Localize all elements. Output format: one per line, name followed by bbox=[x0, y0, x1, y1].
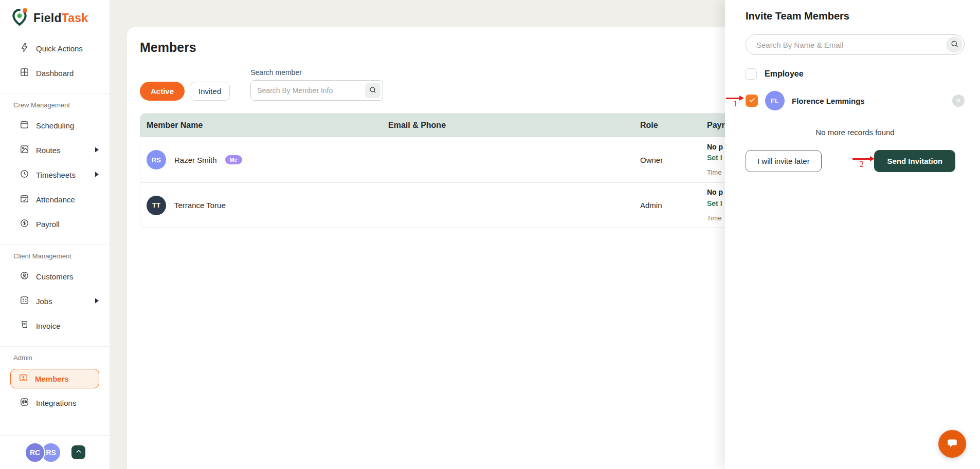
sidebar-item-invoice[interactable]: Invoice bbox=[0, 313, 110, 338]
check-icon bbox=[749, 96, 755, 105]
chevron-right-icon bbox=[94, 171, 99, 179]
sidebar-item-timesheets[interactable]: Timesheets bbox=[0, 162, 110, 187]
member-checkbox-checked[interactable] bbox=[746, 95, 758, 107]
fieldtask-pin-icon bbox=[10, 8, 29, 28]
calendar-icon bbox=[20, 120, 29, 131]
sidebar-item-label: Members bbox=[35, 374, 69, 383]
member-search-button[interactable] bbox=[365, 83, 380, 98]
at-sign-icon bbox=[20, 397, 29, 408]
sidebar-item-label: Integrations bbox=[36, 399, 76, 407]
clock-icon bbox=[20, 169, 29, 180]
sidebar-item-payroll[interactable]: Payroll bbox=[0, 212, 110, 236]
sidebar-item-label: Attendance bbox=[36, 195, 75, 204]
avatar[interactable]: RC bbox=[25, 442, 45, 463]
lightning-icon bbox=[20, 43, 29, 54]
tab-invited[interactable]: Invited bbox=[190, 82, 230, 101]
sidebar-item-label: Customers bbox=[36, 272, 74, 281]
remove-member-button[interactable] bbox=[952, 95, 965, 107]
sidebar-item-routes[interactable]: Routes bbox=[0, 138, 110, 162]
column-header-role: Role bbox=[634, 121, 701, 130]
sidebar-item-members[interactable]: Members bbox=[10, 369, 99, 388]
avatar: TT bbox=[147, 196, 166, 215]
avatar: FL bbox=[765, 91, 785, 110]
brand-name: FieldTask bbox=[33, 11, 88, 25]
section-title-client: Client Management bbox=[0, 245, 110, 264]
chevron-right-icon bbox=[94, 146, 99, 155]
sidebar-item-customers[interactable]: Customers bbox=[0, 264, 110, 289]
chevron-up-icon bbox=[75, 448, 82, 457]
member-search-input[interactable] bbox=[250, 80, 383, 101]
task-list-icon bbox=[20, 295, 29, 307]
search-icon bbox=[950, 40, 959, 50]
search-member-label: Search member bbox=[250, 68, 383, 77]
member-badge-icon bbox=[19, 373, 28, 384]
sidebar-item-label: Payroll bbox=[36, 220, 60, 229]
chat-widget-button[interactable] bbox=[938, 430, 966, 458]
sidebar-item-quick-actions[interactable]: Quick Actions bbox=[0, 36, 110, 61]
search-icon bbox=[369, 86, 377, 96]
chevron-right-icon bbox=[94, 297, 99, 306]
dashboard-grid-icon bbox=[20, 67, 29, 79]
dollar-circle-icon bbox=[20, 218, 29, 230]
sidebar-item-jobs[interactable]: Jobs bbox=[0, 289, 110, 313]
avatar: RS bbox=[147, 150, 166, 170]
close-icon bbox=[956, 97, 961, 105]
section-title-admin: Admin bbox=[0, 347, 110, 366]
role-cell: Owner bbox=[634, 156, 701, 164]
member-name: Razer Smith bbox=[174, 156, 217, 164]
sidebar-item-label: Routes bbox=[36, 146, 61, 155]
column-header-email-phone: Email & Phone bbox=[382, 121, 634, 130]
chat-bubble-icon bbox=[945, 436, 959, 452]
section-title-crew: Crew Management bbox=[0, 94, 110, 113]
member-name: Terrance Torue bbox=[174, 201, 226, 210]
receipt-icon bbox=[20, 320, 29, 331]
sidebar-item-scheduling[interactable]: Scheduling bbox=[0, 113, 110, 138]
map-icon bbox=[20, 144, 29, 156]
member-search-block: Search member bbox=[250, 68, 383, 101]
role-cell: Admin bbox=[634, 201, 701, 210]
sidebar-item-label: Invoice bbox=[36, 322, 61, 330]
employee-checkbox[interactable] bbox=[746, 68, 757, 80]
member-status-tabs: Active Invited bbox=[140, 82, 230, 101]
person-circle-icon bbox=[20, 271, 29, 282]
send-invitation-button[interactable]: Send Invitation bbox=[874, 150, 955, 172]
sidebar-footer: RC RS bbox=[0, 435, 110, 469]
annotation-step-1: 1 bbox=[733, 99, 737, 108]
invite-team-members-panel: Invite Team Members Employee FL Florence… bbox=[725, 0, 980, 469]
sidebar-item-label: Timesheets bbox=[36, 171, 76, 179]
invite-search-button[interactable] bbox=[946, 36, 963, 53]
sidebar-item-label: Dashboard bbox=[36, 69, 74, 78]
tab-active[interactable]: Active bbox=[140, 82, 185, 101]
sidebar-item-dashboard[interactable]: Dashboard bbox=[0, 61, 110, 85]
sidebar-item-attendance[interactable]: Attendance bbox=[0, 187, 110, 212]
annotation-step-2: 2 bbox=[860, 160, 864, 169]
column-header-member-name: Member Name bbox=[140, 121, 382, 130]
sidebar: FieldTask Quick Actions Dashboard Crew M… bbox=[0, 0, 110, 469]
invite-search-input[interactable] bbox=[746, 34, 965, 55]
employee-filter-row: Employee bbox=[746, 68, 965, 80]
employee-filter-label: Employee bbox=[765, 69, 804, 79]
collapse-sidebar-button[interactable] bbox=[71, 445, 85, 459]
sidebar-item-label: Jobs bbox=[36, 297, 52, 306]
sidebar-item-label: Scheduling bbox=[36, 121, 74, 130]
invite-later-button[interactable]: I will invite later bbox=[746, 150, 822, 172]
calendar-check-icon bbox=[20, 194, 29, 205]
sidebar-item-label: Quick Actions bbox=[36, 44, 83, 53]
brand-logo[interactable]: FieldTask bbox=[0, 0, 110, 29]
invite-member-name: Florence Lemmings bbox=[792, 97, 865, 105]
no-records-text: No more records found bbox=[746, 128, 965, 137]
me-badge: Me bbox=[225, 155, 242, 164]
invite-member-row[interactable]: FL Florence Lemmings bbox=[746, 91, 965, 110]
sidebar-item-integrations[interactable]: Integrations bbox=[0, 390, 110, 415]
panel-title: Invite Team Members bbox=[746, 10, 965, 22]
